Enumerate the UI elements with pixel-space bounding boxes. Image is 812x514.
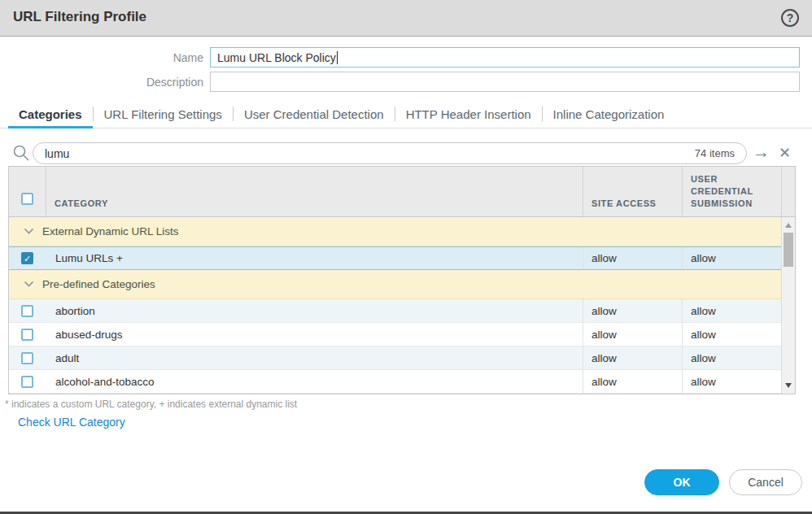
site-access-cell[interactable]: allow [583, 370, 682, 393]
scroll-down-icon[interactable] [785, 383, 792, 388]
chevron-down-icon[interactable] [24, 281, 34, 288]
tab-label: Categories [19, 107, 82, 121]
search-icon [11, 143, 31, 166]
row-checkbox[interactable] [21, 252, 33, 264]
category-cell: alcohol-and-tobacco [46, 370, 583, 393]
row-checkbox[interactable] [21, 376, 33, 388]
user-credential-submission-cell[interactable]: allow [682, 323, 781, 346]
column-header-user-credential-submission[interactable]: USER CREDENTIAL SUBMISSION [682, 167, 781, 216]
site-access-cell[interactable]: allow [583, 323, 682, 346]
tab-label: URL Filtering Settings [104, 107, 222, 121]
table-row[interactable]: Lumu URLs + allow allow [9, 246, 781, 270]
legend-note: * indicates a custom URL category, + ind… [5, 399, 297, 410]
table-row[interactable]: abused-drugs allow allow [9, 323, 781, 346]
clear-filter-icon[interactable]: ✕ [779, 144, 791, 162]
search-query-text: lumu [45, 147, 695, 160]
tab-inline-categorization[interactable]: Inline Categorization [543, 100, 675, 128]
search-input[interactable]: lumu 74 items [33, 142, 747, 164]
select-all-checkbox[interactable] [21, 193, 33, 205]
row-checkbox-cell [9, 247, 46, 269]
row-checkbox-cell [9, 346, 46, 369]
tab-label: Inline Categorization [553, 107, 665, 121]
user-credential-submission-cell[interactable]: allow [682, 247, 781, 269]
group-label: External Dynamic URL Lists [42, 225, 179, 237]
column-header-category[interactable]: CATEGORY [46, 167, 583, 216]
text-cursor [337, 51, 338, 64]
scrollbar-thumb[interactable] [784, 233, 793, 267]
scroll-up-icon[interactable] [785, 223, 792, 228]
category-cell: abortion [46, 299, 583, 322]
tab-url-filtering-settings[interactable]: URL Filtering Settings [94, 100, 233, 128]
user-credential-submission-cell[interactable]: allow [682, 299, 781, 322]
category-group-row[interactable]: External Dynamic URL Lists [9, 217, 781, 246]
row-checkbox-cell [9, 299, 46, 322]
categories-panel: lumu 74 items → ✕ CATEGORY SITE ACCESS U… [8, 142, 796, 394]
chevron-down-icon[interactable] [24, 228, 34, 235]
row-checkbox[interactable] [21, 305, 33, 317]
dialog-titlebar: URL Filtering Profile ? [0, 0, 812, 37]
help-icon[interactable]: ? [781, 9, 799, 27]
tab-label: User Credential Detection [244, 107, 384, 121]
group-label: Pre-defined Categories [42, 278, 155, 290]
category-group-row[interactable]: Pre-defined Categories [9, 270, 781, 299]
name-input-value: Lumu URL Block Policy [217, 51, 336, 64]
url-filtering-profile-dialog: URL Filtering Profile ? Name Lumu URL Bl… [0, 0, 812, 514]
apply-filter-arrow-icon[interactable]: → [753, 142, 770, 162]
tab-label: HTTP Header Insertion [406, 107, 531, 121]
tab-user-credential-detection[interactable]: User Credential Detection [234, 100, 395, 128]
site-access-cell[interactable]: allow [583, 247, 682, 269]
row-checkbox[interactable] [21, 329, 33, 341]
table-row[interactable]: alcohol-and-tobacco allow allow [9, 370, 781, 394]
row-checkbox[interactable] [21, 352, 33, 364]
column-header-site-access[interactable]: SITE ACCESS [583, 167, 682, 216]
dialog-title: URL Filtering Profile [13, 9, 146, 25]
description-label: Description [0, 76, 203, 89]
header-scrollbar-stub [781, 167, 795, 216]
cancel-button[interactable]: Cancel [729, 469, 802, 495]
select-all-cell [9, 167, 46, 216]
tab-bar: CategoriesURL Filtering SettingsUser Cre… [0, 100, 812, 128]
row-checkbox-cell [9, 370, 46, 393]
description-input[interactable] [210, 72, 800, 92]
tab-http-header-insertion[interactable]: HTTP Header Insertion [395, 100, 542, 128]
search-result-count: 74 items [695, 147, 735, 159]
check-url-category-link[interactable]: Check URL Category [18, 416, 125, 429]
ok-button[interactable]: OK [644, 469, 719, 495]
row-checkbox-cell [9, 323, 46, 346]
table-row[interactable]: adult allow allow [9, 346, 781, 370]
name-input[interactable]: Lumu URL Block Policy [210, 47, 800, 68]
user-credential-submission-cell[interactable]: allow [682, 370, 781, 393]
category-cell: abused-drugs [46, 323, 583, 346]
table-body: External Dynamic URL Lists Lumu URLs + a… [9, 217, 795, 394]
site-access-cell[interactable]: allow [583, 346, 682, 369]
table-body-rows: External Dynamic URL Lists Lumu URLs + a… [9, 217, 781, 394]
name-label: Name [0, 51, 203, 64]
vertical-scrollbar[interactable] [781, 217, 795, 394]
table-row[interactable]: abortion allow allow [9, 299, 781, 323]
table-header-row: CATEGORY SITE ACCESS USER CREDENTIAL SUB… [9, 167, 795, 217]
search-row: lumu 74 items → ✕ [8, 142, 796, 166]
user-credential-submission-cell[interactable]: allow [682, 346, 781, 369]
category-cell: adult [46, 346, 583, 369]
category-cell: Lumu URLs + [46, 247, 583, 269]
categories-table: CATEGORY SITE ACCESS USER CREDENTIAL SUB… [8, 166, 796, 394]
site-access-cell[interactable]: allow [583, 299, 682, 322]
tab-categories[interactable]: Categories [8, 100, 93, 128]
